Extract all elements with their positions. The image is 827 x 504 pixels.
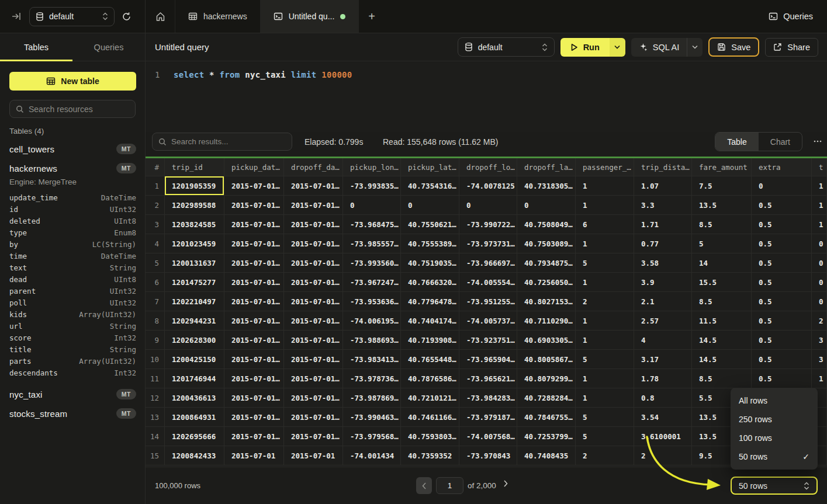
table-cell[interactable]: -73.965904… <box>459 350 517 369</box>
table-cell[interactable]: 1.78 <box>634 369 692 388</box>
table-cell[interactable]: 0.5 <box>752 369 812 388</box>
grid-header-cell[interactable]: pickup_lon… <box>343 158 401 176</box>
save-button[interactable]: Save <box>708 37 759 57</box>
table-cell[interactable]: 2015-07-01… <box>224 388 284 408</box>
table-cell[interactable]: 2 <box>576 446 634 465</box>
sidebar-item-nyc-taxi[interactable]: nyc_taxi MT <box>0 385 146 404</box>
tab-untitled-query[interactable]: Untitled qu... <box>261 0 359 33</box>
query-database-selector[interactable]: default <box>458 37 555 57</box>
table-cell[interactable]: 2 <box>576 292 634 311</box>
table-cell[interactable]: 1 <box>576 369 634 388</box>
table-cell[interactable]: 40.7519035… <box>401 253 459 273</box>
table-cell[interactable]: 1 <box>812 215 827 234</box>
page-size-select[interactable]: 50 rows <box>731 477 818 495</box>
table-cell[interactable]: 40.8027153… <box>517 292 576 311</box>
table-cell[interactable]: -73.970843 <box>459 446 517 465</box>
table-cell[interactable]: 1 <box>812 176 827 196</box>
table-cell[interactable]: 2.57 <box>634 311 692 331</box>
table-cell[interactable]: -74.001434 <box>343 446 401 465</box>
sidebar-search-input[interactable] <box>29 105 129 114</box>
table-cell[interactable]: 40.7110290… <box>517 311 576 331</box>
table-cell[interactable]: 2015-07-01 <box>224 446 284 465</box>
sidebar-item-cell-towers[interactable]: cell_towers MT <box>0 140 146 158</box>
table-cell[interactable]: 0.5 <box>752 292 812 311</box>
table-cell[interactable]: 1201905359 <box>165 176 224 196</box>
sidebar-tab-tables[interactable]: Tables <box>0 33 72 61</box>
table-cell[interactable]: 3 <box>812 331 827 350</box>
table-cell[interactable]: 2015-07-01… <box>284 176 343 196</box>
table-cell[interactable]: 2015-07-01… <box>284 292 343 311</box>
table-cell[interactable]: 0.8 <box>634 388 692 408</box>
table-cell[interactable]: 2015-07-01… <box>284 427 343 446</box>
table-cell[interactable]: 1202944231 <box>165 311 224 331</box>
table-cell[interactable]: 1.71 <box>634 215 692 234</box>
table-cell[interactable]: 40.7666320… <box>401 273 459 292</box>
table-cell[interactable]: 3.6100001 <box>634 427 692 446</box>
table-cell[interactable]: 40.7796478… <box>401 292 459 311</box>
table-cell[interactable]: -73.968475… <box>343 215 401 234</box>
share-button[interactable]: Share <box>765 38 818 57</box>
table-cell[interactable]: 2015-07-01… <box>284 253 343 273</box>
table-cell[interactable]: -74.005737… <box>459 311 517 331</box>
table-cell[interactable]: 2015-07-01… <box>224 273 284 292</box>
table-cell[interactable]: 40.7408435 <box>517 446 576 465</box>
table-cell[interactable]: 1201475277 <box>165 273 224 292</box>
table-cell[interactable]: 15.5 <box>692 273 752 292</box>
topbar-database-selector[interactable]: default <box>29 7 115 26</box>
sql-ai-options-button[interactable] <box>687 38 703 57</box>
table-cell[interactable]: 1 <box>812 196 827 215</box>
grid-header-cell[interactable]: passenger_… <box>576 158 634 176</box>
table-cell[interactable]: 0 <box>752 176 812 196</box>
table-cell[interactable]: 2015-07-01… <box>224 350 284 369</box>
table-cell[interactable]: 0 <box>401 196 459 215</box>
menu-item-250-rows[interactable]: 250 rows <box>731 410 818 429</box>
table-cell[interactable]: 0.5 <box>752 215 812 234</box>
grid-header-cell[interactable]: dropoff_da… <box>284 158 343 176</box>
tab-home[interactable] <box>146 0 175 33</box>
table-cell[interactable]: 40.7593803… <box>401 427 459 446</box>
table-cell[interactable]: 0.5 <box>752 253 812 273</box>
table-cell[interactable]: 0.5 <box>752 234 812 253</box>
table-cell[interactable]: 0 <box>459 196 517 215</box>
table-cell[interactable]: 5 <box>576 350 634 369</box>
table-cell[interactable]: 3.17 <box>634 350 692 369</box>
table-cell[interactable]: 1200131637 <box>165 253 224 273</box>
table-cell[interactable]: 0 <box>517 196 576 215</box>
table-cell[interactable]: 40.7846755… <box>517 408 576 427</box>
table-cell[interactable]: 2015-07-01… <box>224 196 284 215</box>
tab-hackernews[interactable]: hackernews <box>175 0 261 33</box>
table-cell[interactable]: 1200842433 <box>165 446 224 465</box>
table-cell[interactable]: 2015-07-01… <box>224 234 284 253</box>
grid-header-cell[interactable]: fare_amount <box>692 158 752 176</box>
table-cell[interactable]: 2015-07-01… <box>284 273 343 292</box>
next-page-button[interactable] <box>503 480 508 487</box>
table-cell[interactable]: 14 <box>692 253 752 273</box>
table-cell[interactable]: 40.8079299… <box>517 369 576 388</box>
menu-item-100-rows[interactable]: 100 rows <box>731 429 818 447</box>
table-cell[interactable]: 2 <box>812 311 827 331</box>
table-cell[interactable]: 40.8005867… <box>517 350 576 369</box>
table-cell[interactable]: 8.5 <box>692 369 752 388</box>
table-cell[interactable]: 3.9 <box>634 273 692 292</box>
table-cell[interactable]: 2015-07-01… <box>284 369 343 388</box>
table-cell[interactable]: -73.966697… <box>459 253 517 273</box>
table-cell[interactable]: 40.7318305… <box>517 176 576 196</box>
table-cell[interactable]: 0.5 <box>752 350 812 369</box>
table-cell[interactable]: 40.7461166… <box>401 408 459 427</box>
sql-ai-button[interactable]: SQL AI <box>631 43 687 52</box>
table-cell[interactable]: 1200436613 <box>165 388 224 408</box>
table-cell[interactable]: -73.973731… <box>459 234 517 253</box>
table-cell[interactable]: 2015-07-01… <box>284 331 343 350</box>
table-cell[interactable]: 0 <box>812 292 827 311</box>
table-cell[interactable]: 5 <box>576 408 634 427</box>
page-number-input[interactable] <box>436 477 463 494</box>
table-cell[interactable]: 1 <box>576 234 634 253</box>
refresh-icon[interactable] <box>122 12 132 22</box>
table-cell[interactable]: -73.985557… <box>343 234 401 253</box>
table-cell[interactable]: 1 <box>576 388 634 408</box>
table-cell[interactable]: 3 <box>812 350 827 369</box>
table-cell[interactable]: -74.007568… <box>459 427 517 446</box>
table-cell[interactable]: 40.7555389… <box>401 234 459 253</box>
grid-header-cell[interactable]: dropoff_la… <box>517 158 576 176</box>
table-cell[interactable]: -73.990722… <box>459 215 517 234</box>
